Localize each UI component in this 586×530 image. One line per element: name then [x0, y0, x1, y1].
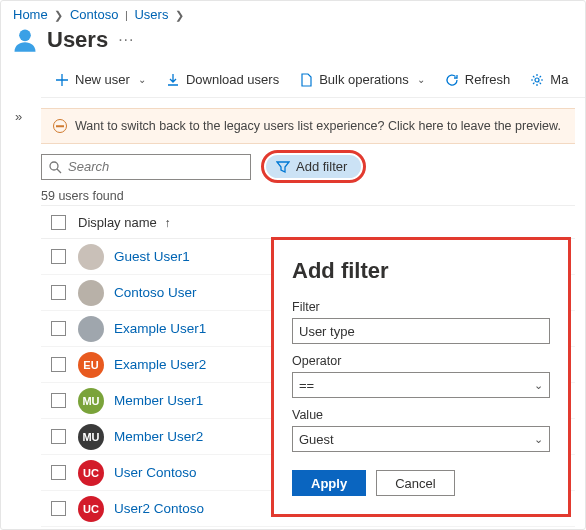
user-link[interactable]: Guest User1	[114, 249, 190, 264]
value-value: Guest	[299, 432, 334, 447]
refresh-button[interactable]: Refresh	[435, 62, 521, 98]
breadcrumb-tenant[interactable]: Contoso	[70, 7, 118, 22]
page-title: Users	[47, 27, 108, 53]
column-display-name[interactable]: Display name ↑	[78, 215, 170, 230]
chevron-down-icon: ⌄	[534, 379, 543, 392]
page-header: Users ···	[1, 24, 585, 62]
manage-button[interactable]: Ma	[520, 62, 578, 98]
row-checkbox[interactable]	[51, 285, 66, 300]
chevron-down-icon: ⌄	[138, 74, 146, 85]
row-checkbox[interactable]	[51, 321, 66, 336]
plus-icon	[55, 73, 69, 87]
table-header: Display name ↑	[41, 205, 575, 239]
add-filter-label: Add filter	[296, 159, 347, 174]
new-user-label: New user	[75, 72, 130, 87]
filter-field-input[interactable]: User type	[292, 318, 550, 344]
user-link[interactable]: Member User1	[114, 393, 203, 408]
row-checkbox[interactable]	[51, 501, 66, 516]
avatar	[78, 280, 104, 306]
download-users-button[interactable]: Download users	[156, 62, 289, 98]
pipe-icon: |	[125, 9, 128, 21]
filter-field-label: Filter	[292, 300, 550, 314]
bulk-operations-button[interactable]: Bulk operations ⌄	[289, 62, 435, 98]
row-checkbox[interactable]	[51, 393, 66, 408]
apply-button[interactable]: Apply	[292, 470, 366, 496]
value-field-label: Value	[292, 408, 550, 422]
document-icon	[299, 73, 313, 87]
operator-value: ==	[299, 378, 314, 393]
svg-point-2	[50, 162, 58, 170]
row-checkbox[interactable]	[51, 249, 66, 264]
breadcrumb: Home ❯ Contoso | Users ❯	[1, 1, 585, 24]
operator-select[interactable]: == ⌄	[292, 372, 550, 398]
row-checkbox[interactable]	[51, 357, 66, 372]
avatar	[78, 316, 104, 342]
more-icon[interactable]: ···	[118, 31, 134, 49]
sort-asc-icon: ↑	[164, 216, 170, 230]
refresh-label: Refresh	[465, 72, 511, 87]
row-checkbox[interactable]	[51, 465, 66, 480]
search-icon	[48, 160, 62, 174]
expand-icon[interactable]: »	[15, 109, 22, 124]
user-link[interactable]: Example User2	[114, 357, 206, 372]
search-field[interactable]	[66, 158, 244, 175]
panel-title: Add filter	[292, 258, 550, 284]
download-icon	[166, 73, 180, 87]
add-filter-highlight: Add filter	[261, 150, 366, 183]
operator-field-label: Operator	[292, 354, 550, 368]
add-filter-button[interactable]: Add filter	[266, 155, 361, 178]
user-link[interactable]: Contoso User	[114, 285, 197, 300]
chevron-right-icon: ❯	[54, 9, 63, 21]
bulk-label: Bulk operations	[319, 72, 409, 87]
search-input[interactable]	[41, 154, 251, 180]
chevron-down-icon: ⌄	[534, 433, 543, 446]
filter-icon	[276, 160, 290, 174]
legacy-banner[interactable]: Want to switch back to the legacy users …	[41, 108, 575, 144]
select-all-checkbox[interactable]	[51, 215, 66, 230]
add-filter-panel: Add filter Filter User type Operator == …	[271, 237, 571, 517]
row-checkbox[interactable]	[51, 429, 66, 444]
user-link[interactable]: User2 Contoso	[114, 501, 204, 516]
avatar: MU	[78, 424, 104, 450]
breadcrumb-home[interactable]: Home	[13, 7, 48, 22]
avatar: UC	[78, 460, 104, 486]
column-label: Display name	[78, 215, 157, 230]
avatar: MU	[78, 388, 104, 414]
value-select[interactable]: Guest ⌄	[292, 426, 550, 452]
refresh-icon	[445, 73, 459, 87]
download-label: Download users	[186, 72, 279, 87]
cancel-button[interactable]: Cancel	[376, 470, 454, 496]
user-link[interactable]: Example User1	[114, 321, 206, 336]
user-link[interactable]: User Contoso	[114, 465, 197, 480]
new-user-button[interactable]: New user ⌄	[45, 62, 156, 98]
filter-field-value: User type	[299, 324, 355, 339]
chevron-right-icon: ❯	[175, 9, 184, 21]
avatar: UC	[78, 496, 104, 522]
svg-point-0	[19, 30, 31, 42]
svg-point-1	[535, 78, 539, 82]
user-link[interactable]: Member User2	[114, 429, 203, 444]
result-count: 59 users found	[41, 189, 575, 203]
toolbar: New user ⌄ Download users Bulk operation…	[41, 62, 585, 98]
gear-icon	[530, 73, 544, 87]
avatar: EU	[78, 352, 104, 378]
banner-text: Want to switch back to the legacy users …	[75, 119, 561, 133]
users-icon	[11, 26, 39, 54]
manage-label: Ma	[550, 72, 568, 87]
chevron-down-icon: ⌄	[417, 74, 425, 85]
avatar	[78, 244, 104, 270]
minus-circle-icon	[53, 119, 67, 133]
breadcrumb-section[interactable]: Users	[134, 7, 168, 22]
